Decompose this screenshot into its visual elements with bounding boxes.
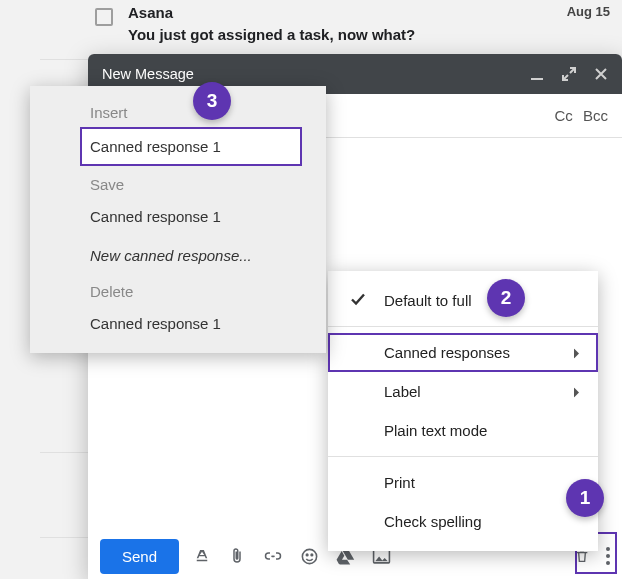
format-icon[interactable]	[193, 547, 211, 565]
canned-delete-item[interactable]: Canned response 1	[30, 304, 326, 343]
svg-rect-0	[531, 78, 543, 80]
canned-insert-item[interactable]: Canned response 1	[80, 127, 302, 166]
step-badge-1: 1	[566, 479, 604, 517]
menu-check-spelling[interactable]: Check spelling	[328, 502, 598, 541]
more-options-menu: Default to full Canned responses Label P…	[328, 271, 598, 551]
canned-save-item[interactable]: Canned response 1	[30, 197, 326, 236]
link-icon[interactable]	[263, 547, 283, 565]
step-badge-2: 2	[487, 279, 525, 317]
check-icon	[350, 292, 366, 309]
attach-icon[interactable]	[228, 546, 246, 566]
svg-point-5	[606, 547, 610, 551]
sender: Asana	[128, 4, 173, 21]
date: Aug 15	[567, 4, 610, 19]
close-icon[interactable]	[594, 67, 608, 81]
canned-item-label: Canned response 1	[90, 208, 221, 225]
chevron-right-icon	[573, 344, 580, 361]
minimize-icon[interactable]	[530, 67, 544, 81]
menu-label: Default to full	[384, 292, 472, 309]
svg-point-2	[306, 554, 308, 556]
canned-delete-header: Delete	[30, 275, 326, 304]
menu-plain-text[interactable]: Plain text mode	[328, 411, 598, 450]
svg-point-6	[606, 554, 610, 558]
canned-new-item[interactable]: New canned response...	[30, 236, 326, 275]
menu-default-fullscreen[interactable]: Default to full	[328, 281, 598, 320]
expand-icon[interactable]	[562, 67, 576, 81]
canned-save-header: Save	[30, 168, 326, 197]
svg-point-7	[606, 561, 610, 565]
svg-point-3	[311, 554, 313, 556]
emoji-icon[interactable]	[300, 547, 319, 566]
menu-separator	[328, 456, 598, 457]
chevron-right-icon	[573, 383, 580, 400]
menu-canned-responses[interactable]: Canned responses	[328, 333, 598, 372]
svg-point-1	[302, 549, 316, 563]
canned-item-label: New canned response...	[90, 247, 252, 264]
canned-responses-menu: Insert Canned response 1 Save Canned res…	[30, 86, 326, 353]
canned-item-label: Canned response 1	[90, 315, 221, 332]
canned-item-label: Canned response 1	[90, 138, 221, 155]
menu-label: Plain text mode	[384, 422, 487, 439]
more-options-icon[interactable]	[606, 547, 610, 565]
step-badge-3: 3	[193, 82, 231, 120]
menu-label: Check spelling	[384, 513, 482, 530]
compose-title: New Message	[102, 66, 194, 82]
row-checkbox[interactable]	[95, 8, 113, 26]
menu-print[interactable]: Print	[328, 463, 598, 502]
menu-separator	[328, 326, 598, 327]
cc-button[interactable]: Cc	[554, 107, 572, 124]
menu-label: Print	[384, 474, 415, 491]
bcc-button[interactable]: Bcc	[583, 107, 608, 124]
menu-label: Label	[384, 383, 421, 400]
menu-label: Canned responses	[384, 344, 510, 361]
canned-insert-header: Insert	[30, 96, 326, 125]
menu-label-item[interactable]: Label	[328, 372, 598, 411]
subject: You just got assigned a task, now what?	[128, 26, 415, 43]
send-button[interactable]: Send	[100, 539, 179, 574]
